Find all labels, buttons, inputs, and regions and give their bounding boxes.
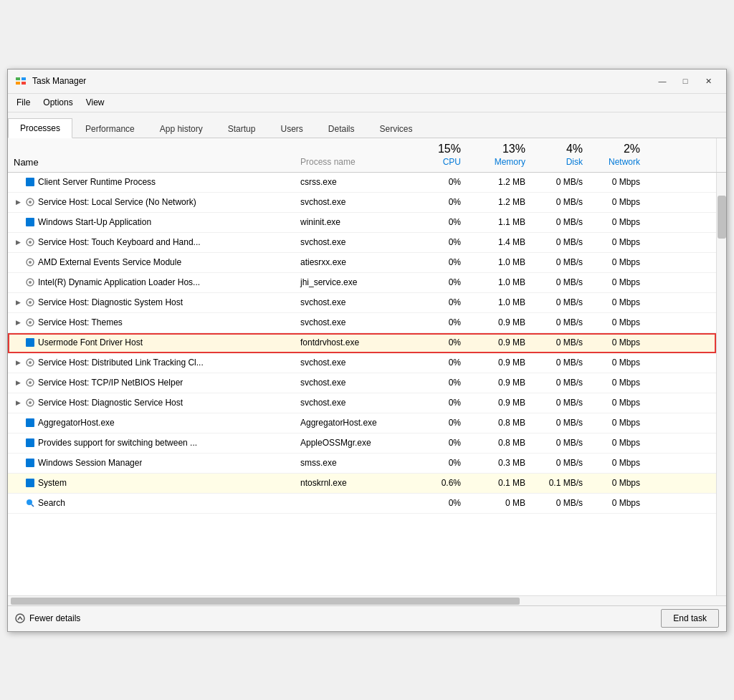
table-row[interactable]: Search0%0 MB0 MB/s0 Mbps bbox=[8, 494, 716, 514]
svg-point-24 bbox=[29, 401, 32, 404]
memory-percent[interactable]: 13% bbox=[467, 141, 531, 157]
process-name-text: AMD External Events Service Module bbox=[38, 257, 181, 267]
table-row[interactable]: Systemntoskrnl.exe0.6%0.1 MB0.1 MB/s0 Mb… bbox=[8, 474, 716, 494]
expand-arrow-icon[interactable] bbox=[14, 218, 22, 226]
process-name-text: Windows Start-Up Application bbox=[38, 217, 151, 227]
col-cpu-header[interactable]: CPU bbox=[409, 157, 467, 169]
expand-arrow-icon[interactable] bbox=[14, 438, 22, 447]
expand-arrow-icon[interactable] bbox=[14, 278, 22, 287]
svg-rect-0 bbox=[16, 77, 20, 80]
table-row[interactable]: Windows Start-Up Applicationwininit.exe0… bbox=[8, 213, 716, 233]
tab-services[interactable]: Services bbox=[368, 119, 425, 138]
expand-arrow-icon[interactable]: ▶ bbox=[14, 358, 22, 367]
col-name-header[interactable]: Name bbox=[8, 157, 295, 169]
expand-arrow-icon[interactable]: ▶ bbox=[14, 198, 22, 206]
menu-view[interactable]: View bbox=[80, 96, 110, 109]
gear-icon bbox=[25, 257, 35, 267]
table-row[interactable]: ▶Service Host: Local Service (No Network… bbox=[8, 193, 716, 213]
table-row[interactable]: Intel(R) Dynamic Application Loader Hos.… bbox=[8, 273, 716, 293]
table-row[interactable]: Provides support for switching between .… bbox=[8, 433, 716, 454]
expand-arrow-icon[interactable]: ▶ bbox=[14, 318, 22, 327]
gear-icon bbox=[25, 277, 35, 287]
blue-icon bbox=[25, 458, 35, 468]
expand-arrow-icon[interactable] bbox=[14, 418, 22, 427]
close-button[interactable]: ✕ bbox=[697, 73, 719, 89]
table-row[interactable]: ▶Service Host: Distributed Link Tracking… bbox=[8, 353, 716, 373]
expand-arrow-icon[interactable]: ▶ bbox=[14, 378, 22, 387]
fewer-details-button[interactable]: Fewer details bbox=[15, 613, 80, 623]
task-manager-window: Task Manager — □ ✕ File Options View Pro… bbox=[7, 69, 727, 632]
expand-arrow-icon[interactable] bbox=[14, 479, 22, 487]
cpu-percent[interactable]: 15% bbox=[409, 141, 467, 157]
menu-options[interactable]: Options bbox=[37, 96, 78, 109]
blue-icon bbox=[25, 337, 35, 347]
svg-rect-18 bbox=[26, 338, 34, 347]
col-disk-header[interactable]: Disk bbox=[531, 157, 588, 169]
vertical-scrollbar[interactable] bbox=[716, 173, 726, 595]
cpu-value: 0% bbox=[409, 398, 467, 408]
svg-point-29 bbox=[27, 499, 32, 505]
disk-percent[interactable]: 4% bbox=[531, 141, 588, 157]
table-row[interactable]: AMD External Events Service Moduleatiesr… bbox=[8, 253, 716, 273]
svg-point-9 bbox=[29, 241, 32, 244]
tab-users[interactable]: Users bbox=[268, 119, 315, 138]
expand-arrow-icon[interactable] bbox=[14, 499, 22, 507]
tab-details[interactable]: Details bbox=[316, 119, 367, 138]
gear-icon bbox=[25, 358, 35, 368]
memory-value: 0.8 MB bbox=[467, 418, 531, 428]
expand-arrow-icon[interactable]: ▶ bbox=[14, 238, 22, 246]
col-memory-header[interactable]: Memory bbox=[467, 157, 531, 169]
gear-icon bbox=[25, 297, 35, 307]
tab-processes[interactable]: Processes bbox=[8, 118, 72, 138]
disk-value: 0 MB/s bbox=[531, 337, 588, 347]
table-row[interactable]: ▶Service Host: Diagnostic Service Hostsv… bbox=[8, 393, 716, 413]
tab-performance[interactable]: Performance bbox=[73, 119, 147, 138]
memory-value: 0 MB bbox=[467, 498, 531, 508]
horizontal-scrollbar-thumb[interactable] bbox=[11, 598, 520, 605]
title-controls: — □ ✕ bbox=[652, 73, 719, 89]
table-row[interactable]: ▶Service Host: Touch Keyboard and Hand..… bbox=[8, 233, 716, 253]
maximize-button[interactable]: □ bbox=[675, 73, 696, 89]
table-row[interactable]: ▶Service Host: Diagnostic System Hostsvc… bbox=[8, 293, 716, 313]
disk-value: 0 MB/s bbox=[531, 398, 588, 408]
end-task-button[interactable]: End task bbox=[661, 609, 719, 628]
menu-file[interactable]: File bbox=[11, 96, 36, 109]
tab-startup[interactable]: Startup bbox=[216, 119, 268, 138]
minimize-button[interactable]: — bbox=[652, 73, 673, 89]
process-name-text: Windows Session Manager bbox=[38, 458, 142, 468]
table-row[interactable]: ▶Service Host: Themessvchost.exe0%0.9 MB… bbox=[8, 313, 716, 333]
process-name-text: Search bbox=[38, 498, 65, 508]
expand-arrow-icon[interactable] bbox=[14, 258, 22, 267]
col-network-header[interactable]: Network bbox=[588, 157, 646, 169]
process-exe-text: wininit.exe bbox=[295, 217, 409, 227]
process-list: Client Server Runtime Processcsrss.exe0%… bbox=[8, 173, 716, 595]
table-row[interactable]: AggregatorHost.exeAggregatorHost.exe0%0.… bbox=[8, 413, 716, 433]
expand-arrow-icon[interactable]: ▶ bbox=[14, 398, 22, 407]
network-value: 0 Mbps bbox=[588, 478, 646, 488]
disk-value: 0 MB/s bbox=[531, 498, 588, 508]
process-exe-text: svchost.exe bbox=[295, 197, 409, 207]
horizontal-scrollbar[interactable] bbox=[8, 595, 726, 605]
disk-value: 0 MB/s bbox=[531, 217, 588, 227]
svg-rect-4 bbox=[26, 178, 34, 186]
network-percent[interactable]: 2% bbox=[588, 141, 646, 157]
expand-arrow-icon[interactable]: ▶ bbox=[14, 298, 22, 307]
table-row[interactable]: ▶Service Host: TCP/IP NetBIOS Helpersvch… bbox=[8, 373, 716, 393]
scrollbar-thumb[interactable] bbox=[718, 196, 726, 239]
expand-arrow-icon[interactable] bbox=[14, 459, 22, 467]
expand-arrow-icon[interactable] bbox=[14, 338, 22, 347]
process-name-text: Service Host: TCP/IP NetBIOS Helper bbox=[38, 378, 183, 388]
disk-value: 0 MB/s bbox=[531, 197, 588, 207]
process-exe-text: fontdrvhost.exe bbox=[295, 337, 409, 347]
table-row[interactable]: Usermode Font Driver Hostfontdrvhost.exe… bbox=[8, 333, 716, 353]
svg-rect-7 bbox=[26, 218, 34, 226]
tab-app-history[interactable]: App history bbox=[148, 119, 215, 138]
table-row[interactable]: Client Server Runtime Processcsrss.exe0%… bbox=[8, 173, 716, 193]
expand-arrow-icon[interactable] bbox=[14, 178, 22, 186]
disk-value: 0 MB/s bbox=[531, 237, 588, 247]
table-row[interactable]: Windows Session Managersmss.exe0%0.3 MB0… bbox=[8, 454, 716, 474]
col-process-header[interactable]: Process name bbox=[295, 157, 409, 169]
memory-value: 0.9 MB bbox=[467, 337, 531, 347]
memory-value: 0.9 MB bbox=[467, 358, 531, 368]
process-exe-text: svchost.exe bbox=[295, 237, 409, 247]
